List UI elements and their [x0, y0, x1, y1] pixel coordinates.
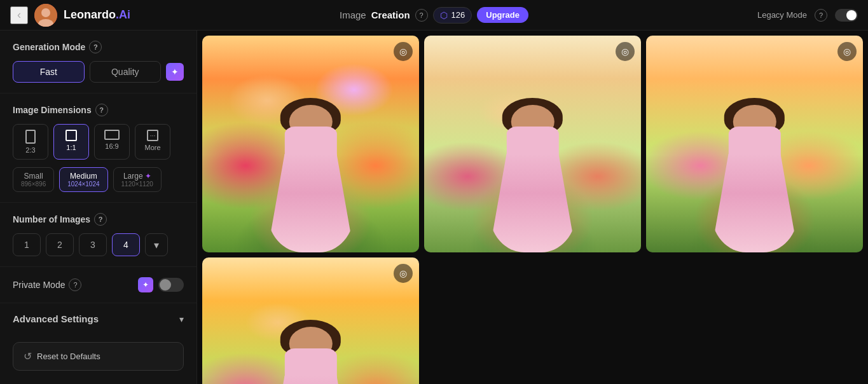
nav-right: Legacy Mode ?	[528, 9, 858, 22]
image-dimensions-title: Image Dimensions ?	[13, 104, 184, 116]
private-mode-controls: ✦	[138, 277, 184, 292]
legacy-help-icon[interactable]: ?	[815, 9, 827, 22]
nav-title-prefix: Image	[340, 10, 366, 20]
dim-2-3-button[interactable]: 2:3	[13, 124, 48, 160]
image-card-4[interactable]: ◎	[202, 257, 419, 384]
num-images-help[interactable]: ?	[94, 213, 107, 226]
image-card-1[interactable]: ◎	[202, 36, 419, 252]
dim-1-1-button[interactable]: 1:1	[53, 124, 89, 160]
image-4	[202, 257, 419, 384]
num-4-button[interactable]: 4	[112, 233, 140, 256]
token-badge: ⬡ 126	[433, 7, 472, 24]
sidebar: Generation Mode ? Fast Quality ✦ Image D…	[0, 31, 197, 384]
advanced-settings-header[interactable]: Advanced Settings ▾	[13, 313, 184, 324]
image-2	[424, 36, 641, 252]
private-mode-label: Private Mode	[13, 280, 65, 290]
num-image-buttons: 1 2 3 4 ▾	[13, 233, 184, 256]
generation-mode-title: Generation Mode ?	[13, 41, 184, 53]
private-mode-toggle[interactable]	[158, 278, 184, 292]
chevron-down-icon: ▾	[154, 239, 159, 251]
dimensions-help[interactable]: ?	[95, 104, 108, 116]
medium-size-button[interactable]: Medium1024×1024	[59, 167, 107, 192]
advanced-settings-section: Advanced Settings ▾	[0, 303, 196, 334]
garden-scene-3	[646, 36, 863, 252]
small-size-button[interactable]: Small896×896	[13, 167, 54, 192]
image-dimensions-section: Image Dimensions ? 2:3 1:1 16:9 ···	[0, 93, 196, 203]
quality-premium-badge: ✦	[166, 63, 184, 81]
gen-mode-help[interactable]: ?	[89, 41, 102, 53]
generation-mode-section: Generation Mode ? Fast Quality ✦	[0, 31, 196, 93]
dim-more-button[interactable]: ··· More	[135, 124, 170, 160]
image-3	[646, 36, 863, 252]
back-button[interactable]: ‹	[10, 6, 28, 24]
dimension-options: 2:3 1:1 16:9 ··· More	[13, 124, 184, 160]
dim-16-9-button[interactable]: 16:9	[94, 124, 130, 160]
girl-figure-1	[267, 100, 354, 252]
num-images-section: Number of Images ? 1 2 3 4 ▾	[0, 203, 196, 267]
private-mode-label-group: Private Mode ?	[13, 278, 81, 291]
nav-title-active: Creation	[371, 10, 410, 20]
token-count: 126	[451, 10, 465, 20]
upgrade-button[interactable]: Upgrade	[477, 7, 528, 23]
brand-name: Leonardo.Ai	[64, 8, 130, 22]
more-icon: ···	[147, 130, 158, 141]
portrait-icon	[25, 130, 36, 144]
image-3-action-button[interactable]: ◎	[837, 42, 857, 61]
num-dropdown-button[interactable]: ▾	[145, 233, 168, 256]
token-icon: ⬡	[440, 10, 448, 20]
large-premium-star: ✦	[145, 172, 151, 181]
legacy-mode-toggle[interactable]	[835, 9, 858, 22]
girl-dress-3	[711, 154, 797, 252]
top-navigation: ‹ Leonardo.Ai Image Creation ? ⬡ 126 Upg…	[0, 0, 868, 31]
private-mode-row: Private Mode ? ✦	[13, 277, 184, 292]
main-content: Generation Mode ? Fast Quality ✦ Image D…	[0, 31, 868, 384]
private-mode-help[interactable]: ?	[69, 278, 81, 291]
nav-left: ‹ Leonardo.Ai	[10, 4, 340, 27]
girl-dress-2	[489, 154, 575, 252]
nav-center: Image Creation ? ⬡ 126 Upgrade	[340, 7, 528, 24]
num-images-title: Number of Images ?	[13, 213, 184, 226]
image-1-action-button[interactable]: ◎	[394, 42, 413, 61]
num-2-button[interactable]: 2	[46, 233, 74, 256]
girl-figure-2	[489, 100, 575, 252]
garden-scene-1	[202, 36, 419, 252]
girl-figure-4	[267, 322, 354, 384]
size-options: Small896×896 Medium1024×1024 Large ✦ 112…	[13, 167, 184, 192]
image-grid: ◎ ◎	[202, 36, 863, 384]
gen-mode-buttons: Fast Quality ✦	[13, 61, 184, 83]
image-4-action-button[interactable]: ◎	[394, 264, 413, 283]
num-1-button[interactable]: 1	[13, 233, 41, 256]
fast-mode-button[interactable]: Fast	[13, 61, 85, 83]
num-3-button[interactable]: 3	[79, 233, 107, 256]
girl-figure-3	[711, 100, 797, 252]
image-card-3[interactable]: ◎	[646, 36, 863, 252]
image-1	[202, 36, 419, 252]
reset-defaults-button[interactable]: ↺ Reset to Defaults	[13, 342, 184, 371]
garden-scene-4	[202, 257, 419, 384]
avatar[interactable]	[34, 4, 57, 27]
image-2-action-button[interactable]: ◎	[616, 42, 635, 61]
private-premium-icon: ✦	[138, 277, 153, 292]
girl-dress-1	[267, 154, 354, 252]
advanced-settings-title: Advanced Settings	[13, 313, 99, 324]
landscape-icon	[104, 130, 120, 140]
advanced-settings-chevron: ▾	[179, 314, 184, 324]
square-icon	[65, 130, 77, 141]
svg-point-1	[41, 8, 50, 17]
quality-mode-button[interactable]: Quality	[90, 61, 162, 83]
legacy-mode-label: Legacy Mode	[757, 10, 807, 20]
image-card-2[interactable]: ◎	[424, 36, 641, 252]
image-area: ◎ ◎	[197, 31, 868, 384]
private-mode-section: Private Mode ? ✦	[0, 267, 196, 303]
garden-scene-2	[424, 36, 641, 252]
girl-dress-4	[267, 376, 354, 384]
large-size-button[interactable]: Large ✦ 1120×1120	[113, 167, 162, 192]
nav-help-icon[interactable]: ?	[415, 9, 428, 22]
reset-icon: ↺	[24, 350, 32, 362]
